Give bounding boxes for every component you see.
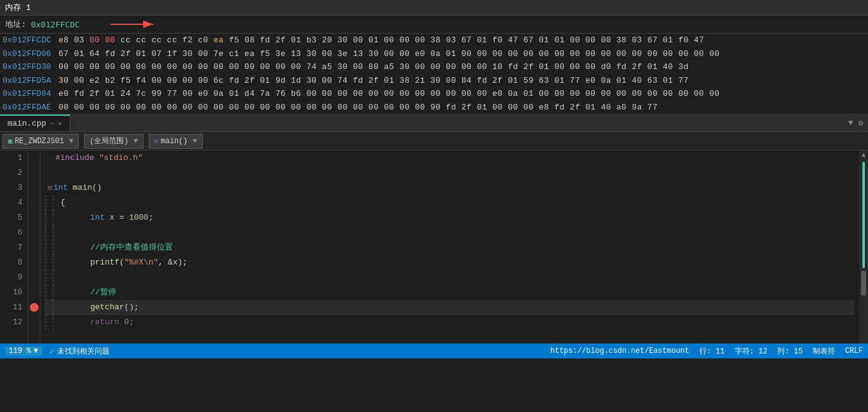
comment-1: //内存中查看值得位置 [90,240,173,255]
website-link[interactable]: https://blog.csdn.net/Eastmount [551,347,689,355]
assign-5: = [114,210,129,225]
tab-close-icon[interactable]: ✕ [58,119,62,128]
gutter-4 [28,195,40,210]
memory-row: 0x012FFDAE 00 00 00 00 00 00 00 00 00 00… [0,101,868,115]
tab-pin-icon: − [50,120,54,128]
mem-bytes-1: 67 01 64 fd 2f 01 07 1f 30 00 7e c1 ea f… [58,48,720,60]
line-num-5: 5 [2,210,22,225]
code-line-11: getchar (); [45,300,854,315]
printf-fmt: "%#X\n" [124,255,159,270]
int-keyword-5: int [90,210,105,225]
class-selector[interactable]: ▣ RE_ZWDZJS01 ▼ [2,134,79,149]
indent-guide-10a [45,285,53,300]
function-selector-arrow: ▼ [193,137,197,146]
int-keyword-3: int [54,180,68,195]
indent-guide-12b [53,315,60,330]
line-num-3: 3 [2,180,22,195]
vertical-scrollbar[interactable]: ▲ [859,151,868,344]
indent-guide-8a [45,255,53,270]
line-num-6: 6 [2,225,22,240]
class-icon: ▣ [8,137,12,145]
status-bar: 119 % ▼ ✓ 未找到相关问题 https://blog.csdn.net/… [0,344,868,358]
mem-bytes-2: 00 00 00 00 00 00 00 00 00 00 00 00 00 0… [58,61,689,73]
editor-tab-bar: main.cpp − ✕ ▼ ⚙ [0,115,868,132]
collapse-icon-3[interactable]: ⊟ [48,180,52,195]
getchar-paren: (); [124,300,139,315]
gutter-10 [28,285,40,300]
dropdown-icon[interactable]: ▼ [848,118,853,128]
settings-icon[interactable]: ⚙ [858,118,863,128]
code-line-9 [45,270,854,285]
comment-2: //暂停 [90,285,116,300]
space-5a [105,210,110,225]
return-keyword: return [90,315,119,330]
scope-selector-label: (全局范围) [90,136,128,146]
address-label: 地址: [5,19,26,30]
include-path: "stdio.h" [99,151,142,166]
editor-tab-right-icons: ▼ ⚙ [848,118,868,128]
zoom-control[interactable]: 119 % ▼ [5,347,42,355]
mem-addr-3: 0x012FFD5A [2,75,58,87]
var-x: x [110,210,114,225]
char-value: 12 [758,347,767,356]
gutter-8 [28,255,40,270]
col-label: 列: [777,347,789,356]
printf-func: printf [90,255,119,270]
line-num-4: 4 [2,195,22,210]
gutter-7 [28,240,40,255]
zoom-value: 119 % [9,347,31,355]
editor-tab-main[interactable]: main.cpp − ✕ [0,115,70,131]
col-info: 列: 15 [777,346,803,357]
gutter-6 [28,225,40,240]
row-value: 11 [716,347,724,356]
gutter-12 [28,315,40,330]
code-line-1: #include "stdio.h" [45,151,854,166]
address-input[interactable] [31,20,106,29]
number-1000: 1000 [129,210,148,225]
scope-selector-arrow: ▼ [133,137,138,146]
code-line-2 [45,166,854,180]
breakpoint-indicator [30,303,39,312]
code-line-10: //暂停 [45,285,854,300]
status-left: 119 % ▼ ✓ 未找到相关问题 [5,346,110,357]
memory-row: 0x012FFD84 e0 fd 2f 01 24 7c 99 77 00 e0… [0,87,868,101]
scope-selector[interactable]: (全局范围) ▼ [84,134,144,149]
scroll-thumb[interactable] [861,271,866,296]
code-lines[interactable]: #include "stdio.h" ⊟ int main () [40,151,859,344]
function-icon: ⊙ [154,137,159,145]
editor-tabs: main.cpp − ✕ [0,115,70,131]
mem-bytes-4: e0 fd 2f 01 24 7c 99 77 00 e0 0a 01 d4 7… [58,88,720,100]
code-line-3: ⊟ int main () [45,180,854,195]
app-layout: 内存 1 地址: 0x012FFCDC e8 03 00 00 cc cc cc… [0,0,868,412]
code-line-5: int x = 1000 ; [45,210,854,225]
indent-guide-11b [53,300,60,315]
indent-guide-12a [45,315,53,330]
mem-bytes-0: e8 03 00 00 cc cc cc cc f2 c0 ea f5 08 f… [58,34,704,47]
memory-title: 内存 1 [5,2,31,13]
mem-addr-1: 0x012FFD06 [2,48,58,60]
mem-addr-5: 0x012FFDAE [2,101,58,114]
indent-guide-5a [45,210,53,225]
line-num-8: 8 [2,255,22,270]
code-line-7: //内存中查看值得位置 [45,240,854,255]
memory-title-bar: 内存 1 [0,0,868,16]
line-numbers: 1 2 3 4 5 6 7 8 9 10 11 12 [0,151,28,344]
col-value: 15 [794,347,803,356]
gutter-11 [28,300,40,315]
arrow-icon [111,18,161,30]
gutter-9 [28,270,40,285]
char-info: 字符: 12 [735,346,768,357]
function-selector[interactable]: ⊙ main() ▼ [149,134,203,149]
check-icon: ✓ [49,346,54,357]
memory-row: 0x012FFD5A 30 00 e2 b2 f5 f4 00 00 00 00… [0,74,868,88]
paren-3: () [92,180,102,195]
mem-addr-0: 0x012FFCDC [2,34,58,47]
scroll-up-arrow[interactable]: ▲ [862,152,866,159]
status-message: 未找到相关问题 [57,346,110,357]
line-num-1: 1 [2,151,22,166]
space [94,151,99,166]
editor-section: main.cpp − ✕ ▼ ⚙ ▣ RE_ZWDZJS01 ▼ (全局范围) … [0,115,868,412]
indent-guide-11a [45,300,53,315]
code-line-6 [45,225,854,240]
indent-guide-7b [53,240,60,255]
